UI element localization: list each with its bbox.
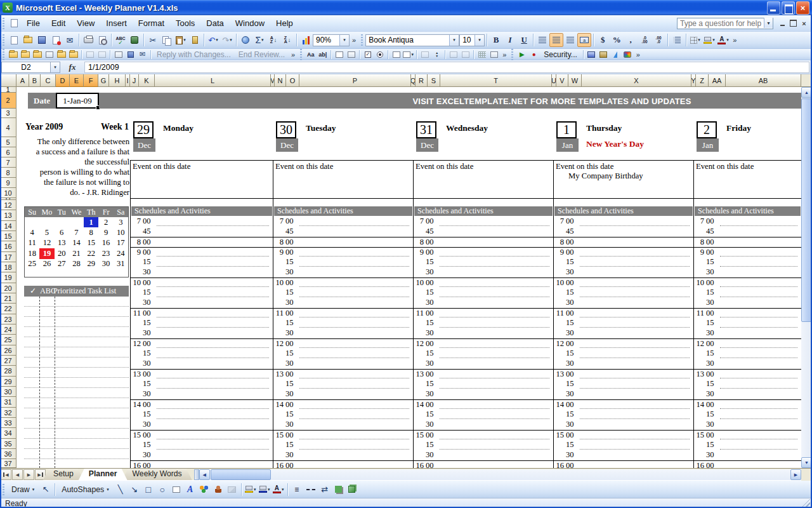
paste-icon[interactable]: ▾ [174,33,188,47]
time-slot[interactable]: 15 [693,257,801,267]
group-box-icon[interactable] [333,50,345,60]
time-slot[interactable]: 15 [413,288,553,298]
font-size-combo[interactable]: 10▾ [459,34,485,46]
time-slot[interactable]: 1100 [553,308,693,318]
font-color-icon[interactable]: A▾ [716,33,730,47]
time-slot[interactable]: 30 [553,389,693,399]
button-control-icon[interactable] [345,50,357,60]
scroll-right-icon[interactable]: ▶ [790,469,801,480]
time-slot[interactable]: 800 [693,237,801,247]
time-slot[interactable]: 900 [553,247,693,257]
column-header[interactable]: K [139,74,155,87]
event-box[interactable]: Event on this date My Company Birthday [553,160,693,199]
time-slot[interactable]: 45 [130,227,273,237]
dash-style-icon[interactable] [304,483,318,497]
sheet-tab[interactable]: Weekly Words [122,469,192,480]
insert-function-icon[interactable]: fx [60,62,84,72]
time-slot[interactable]: 15 [553,440,693,450]
help-dropdown-icon[interactable]: ▾ [764,18,773,28]
align-left-icon[interactable] [535,33,549,47]
time-slot[interactable]: 1400 [273,399,413,410]
help-search-input[interactable] [677,18,773,29]
time-slot[interactable]: 15 [273,440,413,450]
merge-center-icon[interactable]: a [577,33,591,47]
next-comment-icon[interactable] [31,50,43,60]
vb-editor-icon[interactable] [586,50,598,60]
clip-art-icon[interactable] [211,483,225,497]
time-slot[interactable]: 800 [413,237,553,247]
time-slot[interactable]: 1600 [693,460,801,468]
copy-icon[interactable] [160,33,174,47]
sheet-tab[interactable]: Planner [79,469,128,480]
toolbar-grip[interactable] [2,18,5,29]
run-dialog-icon[interactable] [488,50,500,60]
menu-item[interactable]: Edit [46,16,71,30]
column-header[interactable]: S [428,74,440,87]
menu-item[interactable]: File [21,16,46,30]
time-slot[interactable]: 1500 [130,430,273,440]
event-box[interactable]: Event on this date [273,160,413,199]
column-header[interactable]: W [568,74,582,87]
new-comment-icon[interactable] [7,50,19,60]
row-header[interactable]: 17 [0,252,16,262]
format-painter-icon[interactable] [188,33,202,47]
time-slot[interactable]: 15 [553,318,693,328]
time-slot[interactable]: 700 [553,217,693,227]
permission-icon[interactable] [49,33,63,47]
text-box-icon[interactable] [169,483,183,497]
reject-change-icon[interactable] [96,50,108,60]
chart-wizard-icon[interactable] [299,33,313,47]
time-slot[interactable]: 15 [413,410,553,420]
time-slot[interactable]: 15 [413,349,553,359]
time-slot[interactable]: 45 [273,227,413,237]
time-slot[interactable]: 30 [130,420,273,430]
borders-icon[interactable]: ▾ [688,33,702,47]
control-toolbox-icon[interactable] [598,50,610,60]
research-icon[interactable] [128,33,141,47]
name-box-dropdown-icon[interactable]: ▾ [51,62,60,73]
line-color-icon[interactable]: ▾ [258,483,272,497]
time-slot[interactable]: 30 [693,450,801,460]
horizontal-scroll-thumb[interactable] [211,469,271,480]
time-slot[interactable]: 15 [693,288,801,298]
column-header[interactable]: B [29,74,41,87]
oval-icon[interactable]: ○ [155,483,169,497]
arrow-style-icon[interactable]: ⇄ [318,483,332,497]
time-slot[interactable]: 30 [693,267,801,277]
show-comment-icon[interactable] [43,50,55,60]
time-slot[interactable]: 30 [413,359,553,369]
time-slot[interactable]: 30 [273,420,413,430]
autoshapes-menu-button[interactable]: AutoShapes▾ [57,485,114,494]
save-icon[interactable] [35,33,49,47]
row-header[interactable]: 19 [0,272,16,283]
time-slot[interactable]: 30 [273,267,413,277]
restore-button[interactable] [782,1,795,15]
time-slot[interactable]: 15 [413,318,553,328]
spinner-control-icon[interactable]: ▲▼ [431,50,443,60]
toolbar-options-icon[interactable]: » [730,36,739,44]
time-slot[interactable]: 30 [693,420,801,430]
hide-ink-icon[interactable] [112,50,124,60]
column-header[interactable]: T [440,74,552,87]
mail-recipient-icon[interactable]: ✉ [136,50,148,60]
time-slot[interactable]: 30 [273,359,413,369]
time-slot[interactable]: 30 [553,328,693,338]
time-slot[interactable]: 900 [693,247,801,257]
doc-close-button[interactable]: × [799,18,809,28]
time-slot[interactable]: 1200 [413,338,553,349]
time-slot[interactable]: 30 [130,328,273,338]
time-slot[interactable]: 1300 [413,369,553,379]
time-slot[interactable]: 30 [693,328,801,338]
line-style-icon[interactable]: ≡ [290,483,304,497]
toolbar-options-icon[interactable]: » [289,51,298,58]
column-header[interactable]: P [299,74,411,87]
event-box[interactable]: Event on this date [413,160,553,199]
time-slot[interactable]: 800 [553,237,693,247]
toolbar-grip[interactable] [299,49,303,60]
row-header[interactable]: 2 [0,93,16,109]
menu-item[interactable]: Insert [100,16,133,30]
decrease-decimal-icon[interactable]: .00.0 [652,33,665,47]
time-slot[interactable]: 15 [273,288,413,298]
column-header[interactable]: V [556,74,568,87]
time-slot[interactable]: 15 [273,379,413,389]
